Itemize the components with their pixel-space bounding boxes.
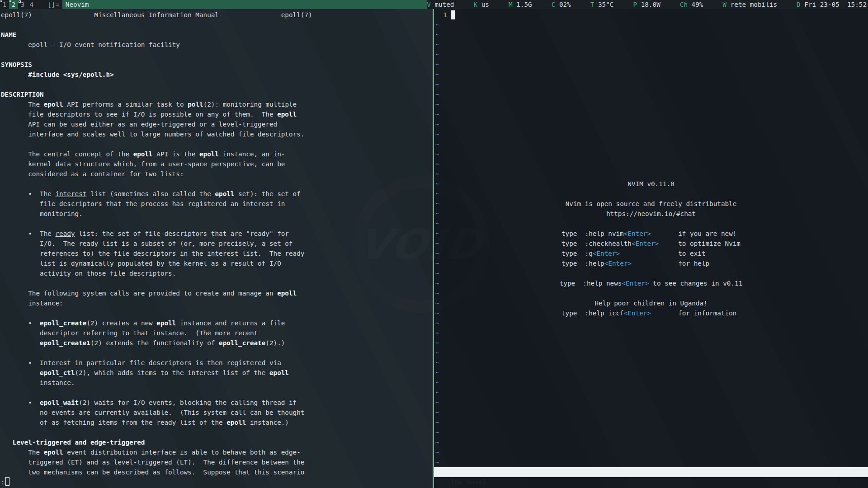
terminal-man-page-window[interactable]: epoll(7) Miscellaneous Information Manua… [0,9,433,488]
nvim-empty-line-tilde: ~ [435,328,867,338]
man-page-line: • epoll_create(2) creates a new epoll in… [1,318,433,328]
man-page-line [1,179,433,189]
nvim-intro-line: type :help<Enter> for help [435,258,867,268]
man-page-line: • Interest in particular file descriptor… [1,358,433,368]
workspace-tag-2[interactable]: 2 [9,0,18,9]
man-page-line: two mechanisms can be described as follo… [1,467,433,477]
nvim-intro-line: Nvim is open source and freely distribut… [435,199,867,209]
man-page-line: file descriptors that the process has re… [1,199,433,209]
nvim-intro-line: type :checkhealth<Enter> to optimize Nvi… [435,239,867,249]
nvim-empty-line-tilde: ~ [435,169,867,179]
man-page-line [1,219,433,229]
nvim-empty-line-tilde: ~ [435,288,867,298]
man-page-line: SYNOPSIS [1,60,433,70]
man-page-line: Level-triggered and edge-triggered [1,437,433,447]
nvim-empty-line-tilde: ~ [435,109,867,119]
focused-window-title: Neovim [62,0,427,9]
tag-label: 4 [30,1,34,8]
nvim-intro-line: NVIM v0.11.0 [435,179,867,189]
nvim-intro-line: type :help news<Enter> to see changes in… [435,278,867,288]
nvim-empty-line-tilde: ~ [435,149,867,159]
man-page-line: kernel data structure which, from a user… [1,159,433,169]
nvim-empty-line-tilde: ~ [435,219,867,229]
man-page-line: I/O. The ready list is a subset of (or, … [1,239,433,249]
man-page-line: The following system calls are provided … [1,288,433,298]
pager-prompt-colon: : [1,479,5,486]
man-page-line: The central concept of the epoll API is … [1,149,433,159]
nvim-empty-line-tilde: ~ [435,447,867,457]
man-page-line: • The ready list: the set of file descri… [1,229,433,239]
man-page-line: NAME [1,30,433,40]
man-page-line: list is dynamically populated by the ker… [1,258,433,268]
layout-symbol[interactable]: []= [44,0,62,9]
workspace-tag-1[interactable]: 1 [0,0,9,9]
tag-label: 3 [21,1,25,8]
nvim-empty-line-tilde: ~ [435,119,867,129]
man-page-line: epoll_create1(2) extends the functionali… [1,338,433,348]
nvim-empty-line-tilde: ~ [435,398,867,408]
man-page-line [1,80,433,89]
nvim-empty-line-tilde: ~ [435,437,867,447]
man-page-line: of as fetching items from the ready list… [1,418,433,427]
window-separator[interactable] [433,9,434,488]
nvim-empty-line-tilde: ~ [435,348,867,358]
nvim-empty-line-tilde: ~ [435,99,867,109]
man-page-line [1,20,433,30]
man-page-line: monitoring. [1,209,433,219]
nvim-empty-line-tilde: ~ [435,159,867,169]
man-page-line: triggered (ET) and as level-triggered (L… [1,457,433,467]
man-page-line: considered as a container for two lists: [1,169,433,179]
man-page-line: no events are currently available. (This… [1,408,433,418]
man-page-line [1,388,433,398]
man-page-line: file descriptors to see if I/O is possib… [1,109,433,119]
nvim-empty-line-tilde: ~ [435,318,867,328]
man-page-line: instance. [1,378,433,388]
man-page-line: DESCRIPTION [1,89,433,99]
man-page-line: The epoll event distribution interface i… [1,447,433,457]
nvim-intro-line: type :help iccf<Enter> for information [435,308,867,318]
workspace-tag-3[interactable]: 3 [18,0,27,9]
nvim-empty-line-tilde: ~ [435,60,867,70]
nvim-empty-line-tilde: ~ [435,388,867,398]
man-page-line: epoll_ctl(2), which adds items to the in… [1,368,433,378]
nvim-empty-line-tilde: ~ [435,368,867,378]
man-page-line [1,427,433,437]
nvim-empty-line-tilde: ~ [435,268,867,278]
tag-indicator-filled [0,0,2,2]
man-page-line: activity on those file descriptors. [1,268,433,278]
tag-label: 1 [3,1,7,8]
pager-prompt: : [1,477,9,487]
man-page-line: • epoll_wait(2) waits for I/O events, bl… [1,398,433,408]
man-page-line: • The interest list (sometimes also call… [1,189,433,199]
nvim-line-1: 1 [435,10,867,20]
man-page-line: instance: [1,298,433,308]
tag-indicator-hollow [19,0,21,3]
nvim-intro-line: Help poor children in Uganda! [435,298,867,308]
man-page-line: references to) the file descriptors in t… [1,249,433,258]
nvim-empty-line-tilde: ~ [435,80,867,89]
nvim-empty-line-tilde: ~ [435,338,867,348]
nvim-cursor [451,10,455,19]
nvim-intro-line: type :q<Enter> to exit [435,249,867,258]
terminal-cursor-unfocused [5,477,9,486]
tag-indicator-filled [9,0,11,2]
nvim-empty-line-tilde: ~ [435,50,867,60]
nvim-empty-line-tilde: ~ [435,457,867,467]
tag-label: 2 [12,1,16,8]
workspace-tag-4[interactable]: 4 [27,0,36,9]
nvim-empty-line-tilde: ~ [435,378,867,388]
man-page-line: descriptor referring to that instance. (… [1,328,433,338]
nvim-empty-line-tilde: ~ [435,189,867,199]
status-bar: 1234 []= Neovim V muted K us M 1.5G C 02… [0,0,868,9]
workspace-tags: 1234 [0,0,36,9]
nvim-empty-line-tilde: ~ [435,408,867,418]
line-number: 1 [443,11,447,19]
neovim-window[interactable]: 1 ~~~~~~~~~~~~~~~~~~~~~~~~~~~~~~~~~~~~~~… [434,9,868,488]
man-page-line [1,308,433,318]
nvim-empty-line-tilde: ~ [435,139,867,149]
man-page-line: epoll(7) Miscellaneous Information Manua… [1,10,433,20]
man-page-line [1,278,433,288]
nvim-statusline: [No Name] 0,0-1 All [434,467,868,477]
nvim-empty-line-tilde: ~ [435,129,867,139]
man-page-line: interface and scales well to large numbe… [1,129,433,139]
